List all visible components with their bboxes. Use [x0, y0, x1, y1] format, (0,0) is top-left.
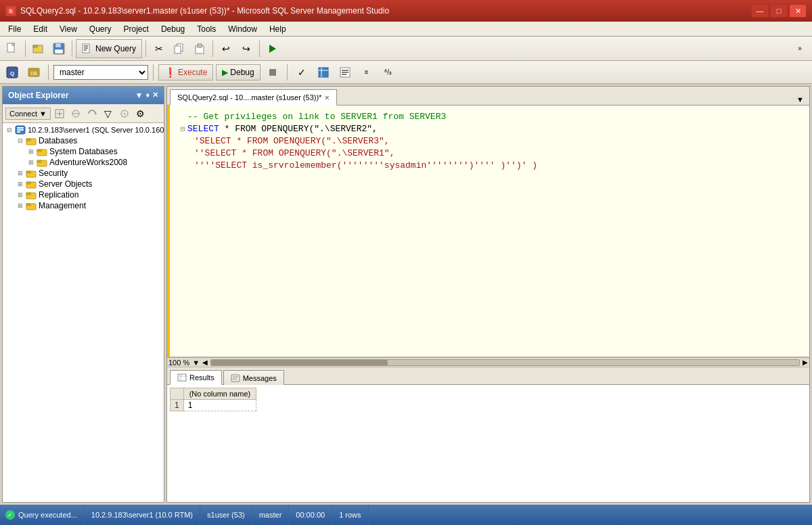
status-time: 00:00:00 [289, 505, 332, 525]
line4-string: ''SELECT * FROM OPENQUERY(".\SERVER1", [194, 147, 394, 160]
line3-indent [181, 135, 194, 147]
cut-btn[interactable]: ✂ [150, 39, 168, 58]
oe-btn1[interactable] [52, 106, 67, 121]
security-icon [26, 168, 37, 178]
tbr-btn4[interactable]: ⁸/₂ [379, 63, 398, 82]
management-icon [26, 201, 37, 210]
status-time-text: 00:00:00 [296, 511, 325, 519]
menu-help[interactable]: Help [264, 22, 292, 36]
scroll-right-icon[interactable]: ▶ [803, 359, 808, 366]
toolbar-pin[interactable]: » [790, 39, 809, 58]
sep7 [153, 64, 154, 81]
close-button[interactable]: ✕ [789, 4, 807, 18]
execute-button[interactable]: ❗ Execute [158, 64, 213, 81]
tree-adventureworks[interactable]: ⊞ AdventureWorks2008 [3, 157, 164, 168]
database-select[interactable]: master [53, 65, 148, 80]
tree-server-objects[interactable]: ⊞ Server Objects [3, 179, 164, 189]
oe-refresh[interactable] [85, 106, 99, 121]
query-tab-active[interactable]: SQLQuery2.sql - 10....master (s1user (53… [170, 89, 337, 106]
status-user: s1user (53) [200, 505, 252, 525]
line1-marker [181, 111, 187, 123]
dock-icon[interactable]: ♦ [145, 91, 150, 100]
tree-management[interactable]: ⊞ Management [3, 200, 164, 211]
open-btn[interactable] [29, 39, 48, 58]
sep3 [145, 41, 146, 57]
oe-btn3[interactable]: + [117, 106, 132, 121]
oe-filter[interactable]: ▽ [101, 106, 116, 121]
line2-keyword: SELECT [187, 123, 219, 135]
main-area: Object Explorer ▼ ♦ ✕ Connect ▼ ▽ + ⚙ [0, 84, 812, 505]
menu-view[interactable]: View [54, 22, 83, 36]
menu-window[interactable]: Window [223, 22, 263, 36]
maximize-button[interactable]: □ [770, 4, 788, 18]
tree-root[interactable]: ⊟ 10.2.9.183\server1 (SQL Server 10.0.16… [3, 124, 164, 135]
pin-icon[interactable]: ▼ [135, 91, 143, 100]
adventureworks-icon [37, 158, 47, 167]
menu-file[interactable]: File [3, 22, 26, 36]
parse-btn[interactable]: ✓ [292, 63, 311, 82]
tbr-btn1[interactable] [314, 63, 333, 82]
code-editor[interactable]: -- Get privileges on link to SERVER1 fro… [167, 106, 809, 357]
line5-string: ''''SELECT is_srvrolemember(''''''''sysa… [194, 160, 537, 172]
tbr-btn2[interactable] [336, 63, 355, 82]
toolbar2-icon[interactable]: Q [3, 63, 22, 82]
panel-down-icon[interactable]: ▼ [796, 95, 804, 104]
svg-rect-17 [198, 44, 202, 47]
menu-query[interactable]: Query [84, 22, 117, 36]
tbr-btn3[interactable]: ≡ [357, 63, 376, 82]
toolbar2: Q DB master ❗ Execute ▶ Debug ✓ [0, 61, 812, 84]
save-btn[interactable] [49, 39, 68, 58]
tree-replication[interactable]: ⊞ Replication [3, 189, 164, 200]
query-editor-panel: SQLQuery2.sql - 10....master (s1user (53… [166, 86, 810, 503]
new-btn[interactable] [3, 39, 22, 58]
line3-string: 'SELECT * FROM OPENQUERY(".\SERVER3", [194, 135, 390, 147]
root-label: 10.2.9.183\server1 (SQL Server 10.0.1600… [28, 126, 164, 134]
data-cell: 1 [183, 400, 256, 411]
sep4 [212, 41, 213, 57]
copy-btn[interactable] [170, 39, 189, 58]
toolbar2-icon2[interactable]: DB [24, 63, 43, 82]
debug-label: Debug [230, 68, 254, 77]
object-explorer: Object Explorer ▼ ♦ ✕ Connect ▼ ▽ + ⚙ [2, 86, 164, 503]
oe-btn4[interactable]: ⚙ [133, 106, 148, 121]
oe-btn2[interactable] [68, 106, 83, 121]
undo-btn[interactable]: ↩ [217, 39, 235, 58]
svg-rect-44 [26, 139, 30, 141]
svg-rect-54 [26, 193, 30, 195]
results-tab-messages[interactable]: Messages [223, 370, 284, 385]
svg-marker-4 [12, 43, 14, 45]
management-label: Management [39, 201, 86, 210]
oe-toolbar: Connect ▼ ▽ + ⚙ [3, 104, 164, 123]
redo-btn[interactable]: ↪ [237, 39, 256, 58]
h-scroll-track[interactable] [210, 359, 800, 366]
menu-tools[interactable]: Tools [191, 22, 221, 36]
menu-edit[interactable]: Edit [28, 22, 53, 36]
messages-tab-label: Messages [243, 374, 277, 382]
menu-bar: File Edit View Query Project Debug Tools… [0, 22, 812, 37]
svg-text:+: + [123, 111, 127, 117]
svg-rect-8 [55, 43, 61, 47]
new-query-button[interactable]: New Query [76, 39, 142, 58]
tree-databases[interactable]: ⊟ Databases [3, 135, 164, 146]
tree-system-db[interactable]: ⊞ System Databases [3, 146, 164, 157]
debug-button[interactable]: ▶ Debug [216, 64, 260, 81]
minimize-button[interactable]: — [751, 4, 769, 18]
paste-btn[interactable] [190, 39, 209, 58]
results-tab-label: Results [189, 373, 215, 382]
zoom-arrow-icon[interactable]: ▼ [192, 359, 200, 367]
results-tab-results[interactable]: Results [170, 370, 222, 385]
menu-project[interactable]: Project [118, 22, 154, 36]
scroll-left-icon[interactable]: ◀ [202, 359, 208, 366]
menu-debug[interactable]: Debug [156, 22, 190, 36]
adventureworks-label: AdventureWorks2008 [49, 158, 127, 167]
svg-text:DB: DB [30, 71, 37, 76]
replication-icon [26, 190, 37, 200]
close-panel-icon[interactable]: ✕ [152, 91, 158, 100]
object-explorer-title: Object Explorer [8, 91, 68, 100]
connect-button[interactable]: Connect ▼ [5, 108, 51, 120]
status-server: 10.2.9.183\server1 (10.0 RTM) [85, 505, 200, 525]
debug-run-btn[interactable] [263, 39, 282, 58]
query-tab-close-icon[interactable]: ✕ [324, 94, 330, 101]
stop-btn[interactable] [263, 63, 282, 82]
tree-security[interactable]: ⊞ Security [3, 168, 164, 179]
